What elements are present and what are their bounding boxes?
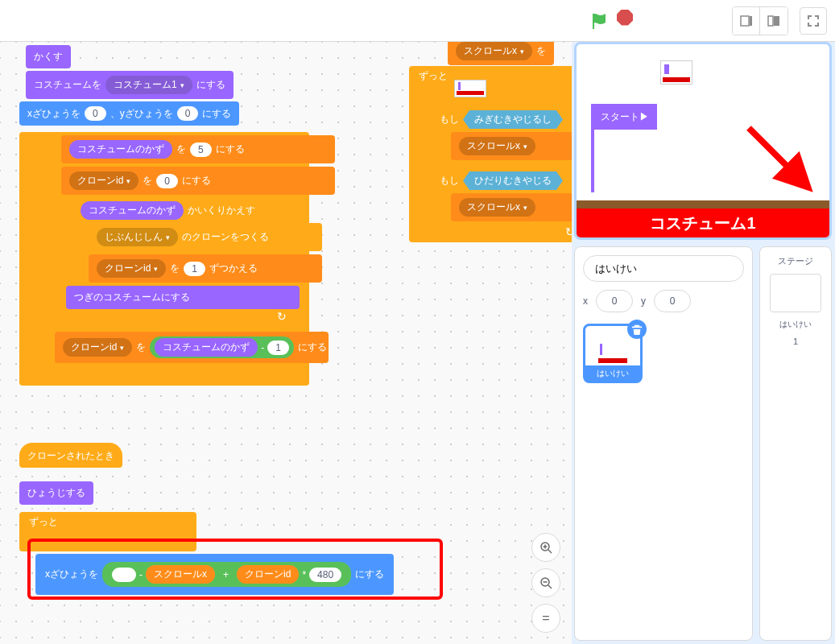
stage-selector[interactable]: ステージ はいけい 1 [759, 246, 832, 641]
operator-minus-inner[interactable]: - スクロールx [107, 564, 220, 585]
delete-sprite-icon[interactable] [627, 320, 647, 339]
block-goto-xy[interactable]: xざひょうを 0 、yざひょうを 0 にする [19, 101, 239, 126]
hex-condition[interactable]: みぎむきやじるし [463, 110, 563, 129]
block-set-var-costumes[interactable]: コスチュームのかず を 5 にする [61, 135, 335, 163]
block-hide[interactable]: かくす [26, 45, 71, 68]
var-dropdown[interactable]: スクロールx [459, 198, 535, 217]
clone-target-dropdown[interactable]: じぶんじしん [97, 228, 178, 246]
sprite-thumb-label: はいけい [585, 365, 641, 382]
operator-plus-outer[interactable]: - スクロールx + クローンid * 480 [102, 562, 351, 587]
y-label: y [641, 295, 646, 307]
reporter-scrollx[interactable]: スクロールx [146, 565, 215, 584]
red-arrow-annotation [741, 120, 821, 204]
sprite-thumb-image [598, 344, 627, 363]
large-stage-button[interactable] [760, 7, 787, 35]
empty-input[interactable] [112, 568, 136, 582]
reporter-costume-count[interactable]: コスチュームのかず [155, 338, 258, 357]
val-input[interactable]: 5 [190, 142, 212, 157]
svg-line-12 [749, 128, 808, 188]
block-create-clone[interactable]: じぶんじしん のクローンをつくる [89, 223, 322, 251]
stage-start-flag: スタート▶ [591, 104, 657, 192]
block-repeat-outer[interactable]: コスチュームのかず を 5 にする クローンid を 0 にする コスチュームの… [19, 132, 309, 386]
y-input[interactable]: 0 [177, 106, 199, 121]
block-set-scrollx-top[interactable]: スクロールx を [448, 42, 554, 65]
svg-line-5 [548, 550, 552, 553]
svg-line-9 [548, 585, 552, 588]
stage-preview[interactable]: スタート▶ コスチューム1 [574, 42, 832, 240]
stop-icon[interactable] [617, 10, 633, 26]
val-input[interactable]: 1 [184, 262, 205, 276]
blocks-workspace[interactable]: かくす コスチュームを コスチューム1 にする xざひょうを 0 、yざひょうを… [0, 42, 572, 644]
loop-arrow-icon: ↻ [277, 310, 287, 323]
loop-arrow-icon: ↻ [565, 225, 572, 238]
block-switch-costume[interactable]: コスチュームを コスチューム1 にする [26, 71, 234, 99]
svg-rect-0 [741, 16, 749, 26]
block-change-scrollx[interactable]: スクロールx [451, 132, 572, 160]
stage-mini-thumb [660, 60, 692, 85]
stage-col-title: ステージ [778, 255, 813, 267]
small-stage-button[interactable] [733, 7, 760, 35]
operator-mult-inner[interactable]: クローンid * 480 [232, 564, 346, 585]
var-dropdown[interactable]: クローンid [63, 338, 132, 357]
reporter-costume-count[interactable]: コスチュームのかず [69, 140, 172, 159]
val-input[interactable]: 480 [309, 568, 341, 582]
var-dropdown[interactable]: スクロールx [456, 42, 532, 60]
zoom-controls: = [531, 533, 560, 633]
val-input[interactable]: 0 [156, 174, 178, 188]
x-value-input[interactable]: 0 [596, 290, 633, 312]
stage-backdrop-count: 1 [793, 336, 798, 346]
var-dropdown[interactable]: クローンid [97, 259, 166, 278]
sprite-list: x 0 y 0 はいけい [574, 246, 753, 641]
block-change-var[interactable]: クローンid を 1 ずつかえる [89, 254, 322, 283]
sprite-thumb-selected[interactable]: はいけい [583, 324, 643, 383]
sprite-panel: x 0 y 0 はいけい ステージ はいけい 1 [574, 246, 832, 641]
block-change-scrollx-2[interactable]: スクロールx [451, 193, 572, 221]
block-when-cloned[interactable]: クローンされたとき [19, 443, 122, 468]
mini-preview [454, 80, 486, 97]
costume-dropdown[interactable]: コスチューム1 [105, 76, 192, 94]
zoom-in-button[interactable] [531, 533, 560, 562]
var-dropdown[interactable]: クローンid [69, 171, 138, 190]
val-input[interactable]: 1 [267, 341, 289, 355]
y-value-input[interactable]: 0 [654, 290, 691, 312]
svg-rect-3 [774, 16, 779, 26]
block-show[interactable]: ひょうじする [19, 481, 93, 505]
operator-minus[interactable]: コスチュームのかず - 1 [150, 336, 294, 358]
var-dropdown[interactable]: スクロールx [459, 137, 535, 155]
stage-costume-banner: コスチューム1 [577, 208, 829, 237]
topbar [0, 0, 835, 42]
green-flag-icon[interactable] [588, 10, 610, 32]
stage-backdrop-label: はいけい [779, 319, 812, 330]
block-forever-right[interactable]: ずっと もし みぎむきやじるし スクロールx もし ひだりむきやじる スクロール… [409, 66, 572, 242]
fullscreen-button[interactable] [800, 7, 827, 35]
svg-rect-1 [750, 16, 752, 26]
block-set-x-formula[interactable]: xざひょうを - スクロールx + クローンid * 480 にする [35, 554, 394, 595]
block-set-var-cloneid[interactable]: クローンid を 0 にする [61, 167, 335, 195]
block-set-var-cloneid-final[interactable]: クローンid を コスチュームのかず - 1 にする [55, 332, 329, 363]
svg-rect-2 [768, 16, 773, 26]
reporter-cloneid[interactable]: クローンid [237, 565, 299, 584]
block-if-left[interactable]: もし ひだりむきやじる スクロールx [430, 168, 572, 225]
hex-condition[interactable]: ひだりむきやじる [463, 171, 563, 190]
reporter-costume-count[interactable]: コスチュームのかず [81, 201, 184, 220]
sprite-name-input[interactable] [583, 255, 744, 282]
stage-size-buttons [732, 6, 788, 35]
block-if-right[interactable]: もし みぎむきやじるし スクロールx [430, 107, 572, 163]
stage-thumb[interactable] [770, 274, 821, 312]
zoom-reset-button[interactable]: = [531, 604, 560, 633]
x-input[interactable]: 0 [85, 106, 106, 121]
block-repeat-inner[interactable]: コスチュームのかず かいくりかえす じぶんじしん のクローンをつくる クローンi… [48, 198, 298, 327]
block-next-costume[interactable]: つぎのコスチュームにする [66, 286, 300, 309]
stage-ground [577, 200, 829, 208]
zoom-out-button[interactable] [531, 568, 560, 597]
x-label: x [583, 295, 588, 307]
